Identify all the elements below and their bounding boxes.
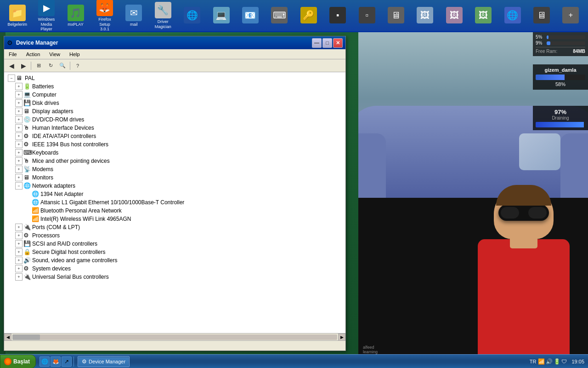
ql-browser[interactable]: 🦊 (51, 356, 61, 367)
expander-processors[interactable]: + (15, 232, 23, 239)
scroll-thumb-h[interactable] (12, 334, 40, 340)
tree-root[interactable]: − 🖥 PAL (6, 74, 344, 82)
menu-view[interactable]: View (46, 51, 63, 58)
taskbar-item-devmgr[interactable]: ⚙ Device Manager (78, 356, 130, 367)
expander-modems[interactable]: + (15, 166, 23, 173)
expander-batteries[interactable]: + (15, 83, 23, 90)
topbar-icon-19[interactable]: + (557, 5, 584, 26)
tree-item-ports[interactable]: + 🔌 Ports (COM & LPT) (6, 223, 344, 231)
start-button[interactable]: Başlat (0, 355, 36, 368)
tray-icon-volume: 🔊 (546, 358, 553, 365)
clock: 19:05 (569, 359, 584, 364)
window-content[interactable]: − 🖥 PAL + 🔋 Batteries + 💻 Computer + 💾 D… (4, 72, 345, 333)
expander-display[interactable]: + (15, 108, 23, 115)
topbar-icon-mail[interactable]: ✉ mail (120, 3, 147, 29)
tree-item-1394netadapter[interactable]: 🌐 1394 Net Adapter (6, 190, 344, 198)
expander-securedigital[interactable]: + (15, 248, 23, 256)
expander-ide[interactable]: + (15, 132, 23, 140)
toolbar-help[interactable]: ? (72, 61, 83, 71)
tree-item-sound[interactable]: + 🔊 Sound, video and game controllers (6, 256, 344, 264)
toolbar-update[interactable]: ↻ (45, 61, 56, 71)
topbar-icon-wmp[interactable]: ▶ WindowsMedia Player (33, 0, 60, 34)
tree-item-ide[interactable]: + ⚙ IDE ATA/ATAPI controllers (6, 132, 344, 140)
topbar-icon-11[interactable]: ▪ (324, 5, 351, 26)
topbar-icon-18[interactable]: 🖥 (528, 5, 555, 26)
toolbar-scan[interactable]: 🔍 (57, 61, 68, 71)
tree-item-modems[interactable]: + 📡 Modems (6, 165, 344, 173)
tree-item-securedigital[interactable]: + 🔒 Secure Digital host controllers (6, 248, 344, 256)
expander-ports[interactable]: + (15, 224, 23, 231)
expander-monitors[interactable]: + (15, 174, 23, 181)
expander-network[interactable]: − (15, 182, 23, 190)
topbar-icon-firefox[interactable]: 🦊 Firefox Setup3.0.1 (91, 0, 118, 34)
expander-diskdrives[interactable]: + (15, 99, 23, 107)
topbar-icon-belgelerim[interactable]: 📁 Belgelerim (4, 3, 31, 29)
tree-item-processors[interactable]: + ⚙ Processors (6, 231, 344, 240)
topbar-icon-12[interactable]: ▫ (353, 5, 380, 26)
tree-item-hid[interactable]: + 🖱 Human Interface Devices (6, 124, 344, 132)
topbar-icon-driver[interactable]: 🔧 DriverMagician (149, 0, 176, 31)
topbar-icon-14[interactable]: 🖼 (412, 5, 439, 26)
video-overlay-text: alfeedlearning (363, 345, 378, 354)
tree-item-computer[interactable]: + 💻 Computer (6, 91, 344, 99)
topbar-icon-16[interactable]: 🖼 (470, 5, 497, 26)
tree-item-monitors[interactable]: + 🖥 Monitors (6, 173, 344, 182)
tree-item-mice[interactable]: + 🖱 Mice and other pointing devices (6, 157, 344, 165)
pillow (519, 133, 560, 170)
topbar-icon-9[interactable]: ⌨ (266, 5, 293, 26)
topbar-icon-6[interactable]: 🌐 (178, 5, 205, 26)
menu-help[interactable]: Help (67, 51, 83, 58)
tree-item-network[interactable]: − 🌐 Network adapters (6, 182, 344, 190)
tree-item-scsi[interactable]: + 💾 SCSI and RAID controllers (6, 240, 344, 248)
modems-label: Modems (32, 166, 53, 172)
tree-item-system[interactable]: + ⚙ System devices (6, 264, 344, 273)
scroll-right-btn[interactable]: ▶ (338, 334, 345, 341)
topbar-icon-10[interactable]: 🔑 (295, 5, 322, 26)
tree-item-usb[interactable]: + 🔌 Universal Serial Bus controllers (6, 273, 344, 281)
toolbar-forward[interactable]: ▶ (18, 61, 29, 71)
topbar-icon-7[interactable]: 💻 (208, 5, 235, 26)
expander-ieee1394[interactable]: + (15, 141, 23, 148)
scroll-left-btn[interactable]: ◀ (4, 334, 11, 341)
tree-item-keyboards[interactable]: + ⌨ Keyboards (6, 149, 344, 157)
tree-item-bluetooth[interactable]: 📶 Bluetooth Personal Area Network (6, 207, 344, 215)
topbar-icon-15[interactable]: 🖼 (441, 5, 468, 26)
ql-ie[interactable]: 🌐 (40, 356, 50, 367)
topbar-icon-8[interactable]: 📧 (237, 5, 264, 26)
topbar-icon-13[interactable]: 🖥 (382, 5, 409, 26)
expander-dvd[interactable]: + (15, 116, 23, 123)
horizontal-scrollbar[interactable]: ◀ ▶ (4, 333, 345, 340)
expander-system[interactable]: + (15, 265, 23, 272)
maximize-button[interactable]: □ (322, 38, 332, 48)
close-button[interactable]: ✕ (333, 38, 343, 48)
expander-computer[interactable]: + (15, 91, 23, 98)
scroll-track-h[interactable] (12, 334, 337, 340)
menu-file[interactable]: File (6, 51, 20, 58)
toolbar-properties[interactable]: ⊞ (33, 61, 44, 71)
menu-action[interactable]: Action (23, 51, 43, 58)
battery-percent: 97% (536, 109, 585, 115)
tree-item-ieee1394[interactable]: + ⚙ IEEE 1394 Bus host controllers (6, 140, 344, 149)
tree-item-attansic[interactable]: 🌐 Attansic L1 Gigabit Ethernet 10/100/10… (6, 198, 344, 207)
window-titlebar[interactable]: ⚙ Device Manager — □ ✕ (4, 36, 345, 49)
expander-root[interactable]: − (8, 75, 15, 82)
expander-scsi[interactable]: + (15, 240, 23, 247)
user-progress-label: 58% (536, 81, 585, 87)
expander-usb[interactable]: + (15, 273, 23, 281)
tree-item-display[interactable]: + 🖥 Display adapters (6, 107, 344, 115)
tree-item-intel-wifi[interactable]: 📶 Intel(R) Wireless WiFi Link 4965AGN (6, 215, 344, 223)
topbar-icon-17[interactable]: 🌐 (499, 5, 526, 26)
expander-sound[interactable]: + (15, 257, 23, 264)
tree-item-diskdrives[interactable]: + 💾 Disk drives (6, 99, 344, 107)
toolbar-back[interactable]: ◀ (6, 61, 17, 71)
expander-mice[interactable]: + (15, 157, 23, 165)
expander-keyboards[interactable]: + (15, 149, 23, 156)
topbar-icon-mxplay[interactable]: 🎵 mxPLAY (62, 3, 89, 29)
dvd-icon: 💿 (23, 116, 31, 123)
tree-item-batteries[interactable]: + 🔋 Batteries (6, 82, 344, 91)
ql-arrow[interactable]: ↗ (62, 356, 72, 367)
expander-hid[interactable]: + (15, 124, 23, 132)
minimize-button[interactable]: — (312, 38, 322, 48)
tree-item-dvd[interactable]: + 💿 DVD/CD-ROM drives (6, 115, 344, 124)
taskbar-item-label-devmgr: Device Manager (89, 359, 125, 364)
